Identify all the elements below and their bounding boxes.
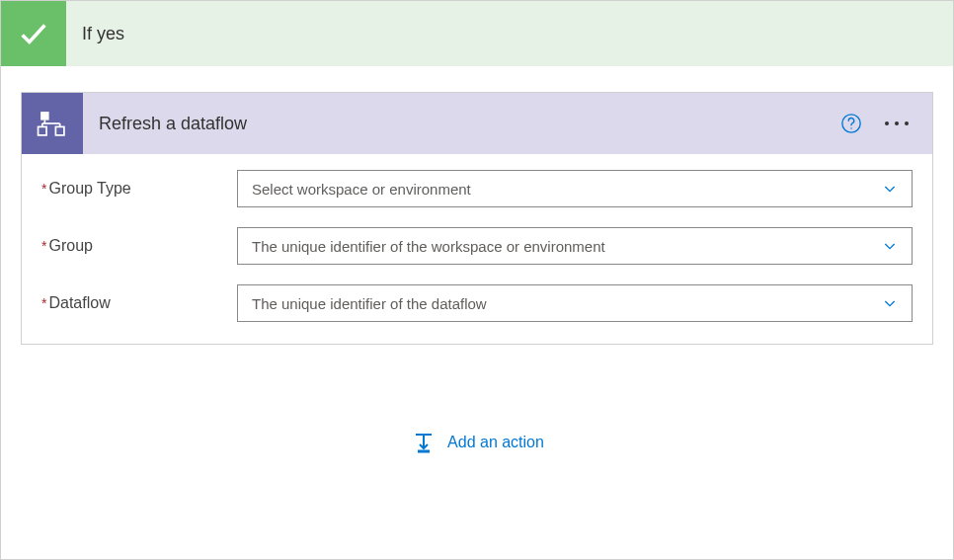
- group-select[interactable]: The unique identifier of the workspace o…: [237, 227, 913, 265]
- required-asterisk: *: [41, 295, 46, 311]
- svg-rect-1: [39, 126, 47, 135]
- field-label-text: Dataflow: [48, 294, 110, 312]
- required-asterisk: *: [41, 238, 46, 254]
- form-row-group-type: * Group Type Select workspace or environ…: [41, 170, 913, 207]
- chevron-down-icon: [882, 181, 898, 197]
- field-label: * Dataflow: [41, 294, 237, 312]
- add-action-icon: [410, 429, 437, 456]
- action-header[interactable]: Refresh a dataflow: [22, 93, 932, 154]
- required-asterisk: *: [41, 181, 46, 197]
- field-label: * Group: [41, 237, 237, 255]
- select-placeholder: Select workspace or environment: [252, 181, 471, 198]
- action-card: Refresh a dataflow * Group Type: [21, 92, 933, 345]
- action-title: Refresh a dataflow: [99, 114, 837, 134]
- add-action-button[interactable]: Add an action: [410, 429, 544, 456]
- more-icon[interactable]: [877, 110, 916, 137]
- field-label-text: Group Type: [48, 180, 130, 198]
- select-placeholder: The unique identifier of the dataflow: [252, 295, 487, 312]
- checkmark-icon: [1, 1, 66, 66]
- chevron-down-icon: [882, 238, 898, 254]
- select-placeholder: The unique identifier of the workspace o…: [252, 238, 605, 255]
- svg-point-8: [850, 127, 851, 128]
- help-icon[interactable]: [837, 110, 865, 137]
- field-label-text: Group: [48, 237, 92, 255]
- dataflow-icon: [22, 93, 83, 154]
- form-row-group: * Group The unique identifier of the wor…: [41, 227, 913, 265]
- condition-header[interactable]: If yes: [1, 1, 953, 66]
- svg-rect-2: [55, 126, 64, 135]
- group-type-select[interactable]: Select workspace or environment: [237, 170, 913, 207]
- form-row-dataflow: * Dataflow The unique identifier of the …: [41, 284, 913, 322]
- add-action-label: Add an action: [447, 434, 544, 451]
- svg-rect-0: [40, 112, 49, 120]
- dataflow-select[interactable]: The unique identifier of the dataflow: [237, 284, 913, 322]
- action-form: * Group Type Select workspace or environ…: [22, 154, 932, 344]
- chevron-down-icon: [882, 295, 898, 311]
- field-label: * Group Type: [41, 180, 237, 198]
- condition-title: If yes: [82, 24, 124, 44]
